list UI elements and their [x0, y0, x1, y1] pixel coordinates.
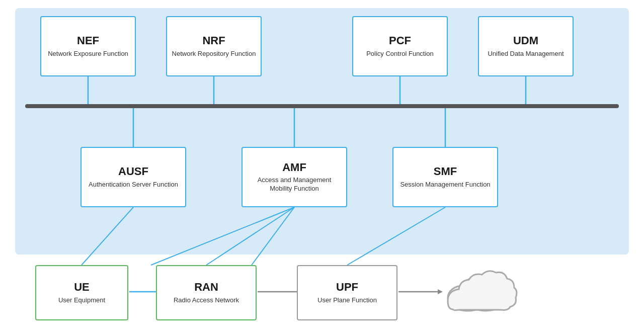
upf-title: UPF: [336, 281, 358, 294]
upf-box: UPF User Plane Function: [297, 265, 397, 320]
nef-subtitle: Network Exposure Function: [48, 50, 128, 58]
ausf-subtitle: Authentication Server Function: [89, 181, 178, 189]
amf-title: AMF: [282, 161, 306, 174]
ue-box: UE User Equipment: [35, 265, 128, 320]
ue-title: UE: [74, 281, 90, 294]
nrf-subtitle: Network Repository Function: [172, 50, 256, 58]
cloud-icon: [438, 262, 518, 322]
ausf-title: AUSF: [118, 165, 148, 178]
amf-box: AMF Access and Management Mobility Funct…: [242, 147, 347, 207]
nrf-box: NRF Network Repository Function: [166, 16, 262, 76]
ran-title: RAN: [194, 281, 218, 294]
ran-box: RAN Radio Access Network: [156, 265, 257, 320]
upf-subtitle: User Plane Function: [317, 296, 377, 305]
udm-box: UDM Unified Data Management: [478, 16, 574, 76]
amf-subtitle: Access and Management Mobility Function: [247, 176, 342, 193]
nrf-title: NRF: [202, 34, 225, 47]
smf-box: SMF Session Management Function: [392, 147, 498, 207]
pcf-box: PCF Policy Control Function: [352, 16, 448, 76]
smf-title: SMF: [434, 165, 457, 178]
pcf-title: PCF: [389, 34, 411, 47]
ausf-box: AUSF Authentication Server Function: [80, 147, 186, 207]
udm-subtitle: Unified Data Management: [488, 50, 564, 58]
nef-box: NEF Network Exposure Function: [40, 16, 136, 76]
diagram-container: NEF Network Exposure Function NRF Networ…: [0, 0, 644, 336]
ran-subtitle: Radio Access Network: [174, 296, 239, 305]
pcf-subtitle: Policy Control Function: [366, 50, 434, 58]
ue-subtitle: User Equipment: [58, 296, 105, 305]
smf-subtitle: Session Management Function: [400, 181, 490, 189]
udm-title: UDM: [513, 34, 538, 47]
nef-title: NEF: [77, 34, 99, 47]
